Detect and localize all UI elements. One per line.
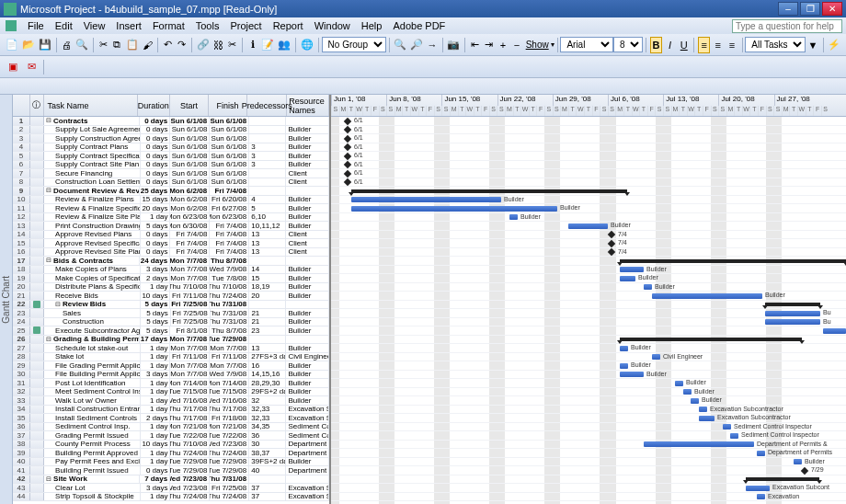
hide-subtasks-icon[interactable]: −: [510, 37, 522, 53]
task-row[interactable]: 4Supply Contract Plans0 daysSun 6/1/08Su…: [13, 143, 329, 153]
task-row[interactable]: 40Pay Permit Fees and Excise Taxes1 dayT…: [13, 458, 329, 467]
row-id[interactable]: 22: [13, 301, 30, 309]
cell-resources[interactable]: Excavation Sub: [286, 484, 329, 492]
row-info[interactable]: [30, 361, 44, 370]
cell-duration[interactable]: 0 days: [141, 143, 171, 152]
gantt-row[interactable]: Builder: [331, 213, 846, 223]
cell-finish[interactable]: Fri 7/4/08: [210, 231, 249, 239]
cell-start[interactable]: Fri 8/1/08: [170, 326, 210, 335]
cell-start[interactable]: Mon 6/23/08: [170, 213, 210, 222]
cell-resources[interactable]: [286, 475, 329, 484]
cell-predecessors[interactable]: [249, 178, 286, 187]
cell-finish[interactable]: Thu 7/24/08: [210, 493, 249, 501]
print-preview-icon[interactable]: 🔍: [74, 37, 89, 53]
task-row[interactable]: 36Sediment Control Insp.1 dayMon 7/21/08…: [13, 423, 329, 432]
cell-finish[interactable]: Thu 7/24/08: [210, 292, 249, 300]
gantt-row[interactable]: 6/1: [331, 126, 846, 135]
maximize-button[interactable]: ❐: [800, 2, 820, 16]
cell-predecessors[interactable]: [249, 126, 286, 134]
cell-duration[interactable]: 1 day: [141, 458, 171, 466]
row-id[interactable]: 20: [13, 283, 30, 292]
row-id[interactable]: 28: [13, 353, 30, 361]
col-taskname[interactable]: Task Name: [44, 95, 138, 116]
cell-predecessors[interactable]: 21: [249, 309, 286, 317]
copy-picture-icon[interactable]: 📷: [446, 37, 461, 53]
cell-resources[interactable]: Client: [286, 178, 329, 187]
row-info[interactable]: [30, 248, 44, 257]
assign-icon[interactable]: 👥: [277, 37, 292, 53]
cell-resources[interactable]: Sediment Contr: [286, 431, 329, 440]
cell-duration[interactable]: 15 days: [141, 196, 171, 204]
cell-start[interactable]: Tue 7/15/08: [170, 388, 210, 396]
cell-taskname[interactable]: Sales: [44, 309, 141, 317]
task-row[interactable]: 18Make Copies of Plans3 daysMon 7/7/08We…: [13, 266, 329, 275]
cell-finish[interactable]: Mon 6/23/08: [210, 213, 249, 222]
cell-resources[interactable]: Builder: [286, 344, 329, 352]
font-combo[interactable]: Arial: [560, 37, 613, 52]
milestone-icon[interactable]: [344, 169, 351, 177]
cell-duration[interactable]: 1 day: [141, 344, 171, 352]
row-id[interactable]: 21: [13, 292, 30, 300]
cell-taskname[interactable]: Distribute Plans & Specifications: [44, 283, 141, 292]
gantt-row[interactable]: Excavation Subcontractor: [331, 406, 846, 415]
underline-icon[interactable]: U: [678, 37, 690, 53]
cell-start[interactable]: Mon 6/2/08: [170, 187, 210, 195]
row-info[interactable]: [30, 326, 44, 335]
row-info[interactable]: [30, 301, 44, 309]
task-bar[interactable]: [691, 398, 699, 404]
cell-start[interactable]: Mon 7/14/08: [170, 379, 210, 387]
cell-start[interactable]: Mon 7/7/08: [170, 361, 210, 370]
cell-duration[interactable]: 7 days: [140, 475, 170, 484]
menu-project[interactable]: Project: [224, 18, 267, 33]
task-row[interactable]: 17Bids & Contracts24 daysMon 7/7/08Thu 8…: [13, 257, 329, 266]
cell-resources[interactable]: Client: [286, 231, 329, 239]
cell-predecessors[interactable]: 16: [249, 361, 286, 370]
cell-finish[interactable]: Sun 6/1/08: [210, 169, 249, 178]
pdf-create-icon[interactable]: ▣: [5, 59, 21, 75]
cell-resources[interactable]: Sediment Contr: [286, 423, 329, 431]
gantt-row[interactable]: Department of Permits &: [331, 441, 846, 450]
row-info[interactable]: [30, 344, 44, 352]
row-id[interactable]: 36: [13, 423, 30, 431]
cell-finish[interactable]: Tue 7/22/08: [210, 431, 249, 440]
row-info[interactable]: [30, 466, 44, 475]
row-info[interactable]: [30, 449, 44, 457]
gantt-row[interactable]: 6/1: [331, 161, 846, 170]
cell-duration[interactable]: 1 day: [141, 431, 171, 440]
milestone-icon[interactable]: [608, 231, 615, 238]
cell-taskname[interactable]: Schedule lot stake-out: [44, 344, 141, 352]
cell-predecessors[interactable]: 39FS+2 days: [249, 458, 286, 466]
cell-resources[interactable]: Department of P: [286, 441, 329, 449]
cell-start[interactable]: Sun 6/1/08: [170, 126, 210, 134]
cell-duration[interactable]: 20 days: [141, 204, 171, 212]
summary-bar[interactable]: [746, 477, 819, 481]
gantt-row[interactable]: 6/1: [331, 134, 846, 143]
row-info[interactable]: [30, 353, 44, 361]
cell-predecessors[interactable]: 3: [249, 152, 286, 160]
cell-taskname[interactable]: Approve Revised Specifications: [44, 239, 141, 247]
col-id[interactable]: [13, 95, 30, 116]
cell-resources[interactable]: Builder: [286, 371, 329, 379]
cell-duration[interactable]: 10 days: [141, 441, 171, 449]
row-id[interactable]: 37: [13, 431, 30, 440]
milestone-icon[interactable]: [344, 134, 351, 142]
task-row[interactable]: 1Contracts0 daysSun 6/1/08Sun 6/1/08: [13, 117, 329, 126]
row-info[interactable]: [30, 117, 44, 125]
menu-insert[interactable]: Insert: [110, 18, 147, 33]
cell-finish[interactable]: Fri 7/25/08: [210, 484, 249, 492]
cell-duration[interactable]: 5 days: [141, 309, 171, 317]
cell-start[interactable]: Mon 6/2/08: [170, 204, 210, 212]
row-info[interactable]: [30, 178, 44, 187]
cell-taskname[interactable]: Site Work: [44, 475, 140, 484]
cell-resources[interactable]: Builder: [286, 222, 329, 230]
cell-predecessors[interactable]: 18,19: [249, 283, 286, 292]
cell-duration[interactable]: 0 days: [141, 152, 171, 160]
cell-start[interactable]: Mon 7/7/08: [170, 371, 210, 379]
cell-finish[interactable]: Fri 7/4/08: [210, 248, 249, 257]
cell-finish[interactable]: Sun 6/1/08: [210, 134, 249, 143]
cell-taskname[interactable]: Print Construction Drawings: [44, 222, 141, 230]
summary-bar[interactable]: [620, 259, 846, 263]
italic-icon[interactable]: I: [664, 37, 676, 53]
task-bar[interactable]: [351, 197, 501, 202]
task-row[interactable]: 6Supply Contract Site Plan0 daysSun 6/1/…: [13, 161, 329, 170]
